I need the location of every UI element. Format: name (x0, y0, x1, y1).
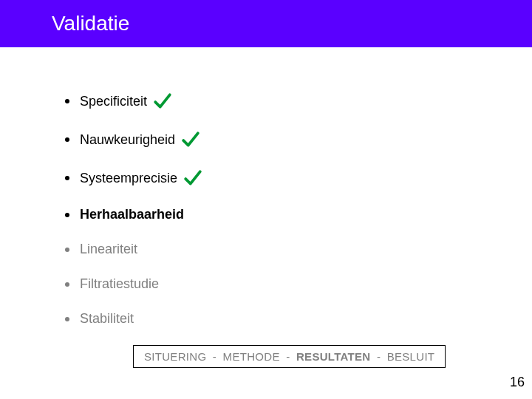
item-label: Specificiteit (80, 94, 147, 109)
list-item: Systeemprecisie (65, 168, 532, 188)
bullet-dot (65, 176, 69, 180)
check-icon (181, 130, 200, 149)
slide-body: Specificiteit Nauwkeurigheid Systeemprec… (0, 47, 532, 327)
list-item: Stabiliteit (65, 311, 532, 327)
list-item: Herhaalbaarheid (65, 207, 532, 222)
breadcrumb-part: SITUERING (144, 350, 206, 363)
item-label: Filtratiestudie (80, 276, 159, 292)
breadcrumb-sep: - (283, 350, 293, 363)
check-icon (153, 92, 172, 111)
item-label: Systeemprecisie (80, 171, 177, 186)
bullet-dot (65, 248, 69, 252)
slide-header: Validatie (0, 0, 532, 47)
list-item: Specificiteit (65, 92, 532, 111)
page-number: 16 (510, 375, 525, 390)
bullet-dot (65, 317, 69, 321)
item-label: Lineariteit (80, 242, 137, 257)
list-item: Filtratiestudie (65, 276, 532, 292)
breadcrumb-sep: - (373, 350, 383, 363)
list-item: Lineariteit (65, 242, 532, 257)
bullet-dot (65, 99, 69, 103)
breadcrumb-part-active: RESULTATEN (296, 350, 371, 363)
breadcrumb-sep: - (209, 350, 219, 363)
breadcrumb-part: BESLUIT (387, 350, 435, 363)
breadcrumb-part: METHODE (223, 350, 280, 363)
slide-title: Validatie (52, 12, 129, 35)
bullet-dot (65, 213, 69, 217)
item-label: Stabiliteit (80, 311, 134, 327)
item-label: Nauwkeurigheid (80, 132, 175, 148)
bullet-dot (65, 282, 69, 287)
item-label: Herhaalbaarheid (80, 207, 184, 222)
breadcrumb: SITUERING - METHODE - RESULTATEN - BESLU… (133, 345, 446, 368)
check-icon (183, 168, 202, 188)
list-item: Nauwkeurigheid (65, 130, 532, 149)
bullet-dot (65, 137, 69, 142)
